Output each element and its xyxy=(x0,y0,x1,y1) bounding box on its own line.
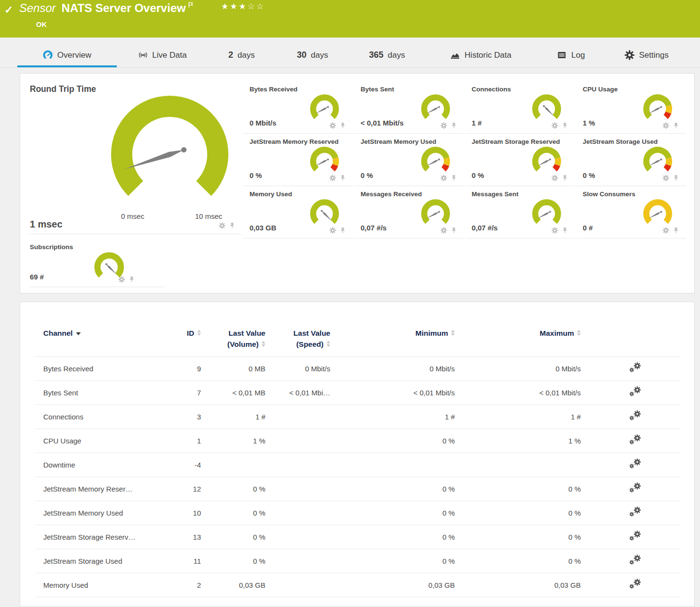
channel-settings-gear-icon[interactable] xyxy=(629,531,641,542)
gauge-pin-icon[interactable] xyxy=(229,222,236,229)
gauge-pin-icon[interactable] xyxy=(562,227,568,234)
gauge-pin-icon[interactable] xyxy=(450,122,457,129)
column-header-maximum[interactable]: Maximum xyxy=(455,329,581,357)
chart-icon xyxy=(450,50,460,60)
cell-vol: 0 MB xyxy=(201,357,265,381)
cell-channel: CPU Usage xyxy=(35,429,160,453)
tab-label: days xyxy=(388,51,405,60)
gauge-settings-gear-icon[interactable] xyxy=(662,175,669,181)
cell-id: 7 xyxy=(160,381,201,405)
column-header-id[interactable]: ID xyxy=(160,329,201,357)
star-filled-icon[interactable]: ★ xyxy=(230,2,238,11)
channels-table: Channel ID Last Value (Volume) Last Valu… xyxy=(35,329,681,597)
table-row[interactable]: Downtime -4 xyxy=(35,453,681,477)
gauge-pin-icon[interactable] xyxy=(339,227,346,234)
table-row[interactable]: CPU Usage 1 1 % 0 % 1 % xyxy=(35,429,681,453)
tab-historic-data[interactable]: Historic Data xyxy=(435,45,526,67)
gauge-settings-gear-icon[interactable] xyxy=(662,122,669,129)
gauge-pin-icon[interactable] xyxy=(673,122,679,129)
gauge-pin-icon[interactable] xyxy=(450,227,457,234)
table-row[interactable]: Connections 3 1 # 1 # 1 # xyxy=(35,405,681,429)
gauge-settings-gear-icon[interactable] xyxy=(329,175,336,181)
gauge-value: < 0,01 Mbit/s xyxy=(361,119,404,127)
tab-365-days[interactable]: 365 days xyxy=(358,45,416,67)
sort-icon xyxy=(197,330,201,336)
gauge-tile-subscriptions: Subscriptions 69 # xyxy=(29,240,164,287)
column-header-last-value-speed[interactable]: Last Value (Speed) xyxy=(265,329,330,357)
favorite-stars[interactable]: ★★★☆☆ xyxy=(221,1,265,12)
mini-gauge xyxy=(529,142,564,178)
column-header-channel[interactable]: Channel xyxy=(35,329,160,357)
cell-vol: 0,03 GB xyxy=(201,573,265,597)
gauge-settings-gear-icon[interactable] xyxy=(219,222,225,229)
gauge-tile-messages-sent: Messages Sent 0,07 #/s xyxy=(465,186,575,239)
table-row[interactable]: JetStream Memory Reser… 12 0 % 0 % 0 % xyxy=(35,477,681,501)
tab-live-data[interactable]: Live Data xyxy=(123,45,202,67)
table-row[interactable]: JetStream Storage Reserv… 13 0 % 0 % 0 % xyxy=(35,525,681,549)
gear-icon xyxy=(625,50,635,60)
gauge-settings-gear-icon[interactable] xyxy=(551,227,558,234)
gauge-pin-icon[interactable] xyxy=(562,175,568,181)
cell-speed xyxy=(265,501,330,525)
table-row[interactable]: JetStream Memory Used 10 0 % 0 % 0 % xyxy=(35,501,681,525)
star-empty-icon[interactable]: ☆ xyxy=(256,2,265,11)
gauge-pin-icon[interactable] xyxy=(450,175,457,181)
tab-overview[interactable]: Overview xyxy=(17,45,117,67)
tab-2-days[interactable]: 2 days xyxy=(216,45,267,67)
table-row[interactable]: Memory Used 2 0,03 GB 0,03 GB 0,03 GB xyxy=(35,573,681,597)
gauge-settings-gear-icon[interactable] xyxy=(440,227,447,234)
gauge-title: CPU Usage xyxy=(583,86,618,93)
gauge-pin-icon[interactable] xyxy=(339,175,346,181)
mini-gauge xyxy=(640,142,675,178)
gauge-title: Messages Received xyxy=(361,190,422,198)
column-header-minimum[interactable]: Minimum xyxy=(330,329,455,357)
channel-settings-gear-icon[interactable] xyxy=(629,410,641,422)
tab-number: 30 xyxy=(297,50,307,60)
gauge-title: Connections xyxy=(472,86,511,93)
gauge-pin-icon[interactable] xyxy=(562,122,568,129)
channel-settings-gear-icon[interactable] xyxy=(629,482,641,494)
table-row[interactable]: Bytes Sent 7 < 0,01 MB < 0,01 Mbi… < 0,0… xyxy=(35,381,681,405)
gauge-settings-gear-icon[interactable] xyxy=(329,122,336,129)
cell-speed xyxy=(265,405,330,429)
gauge-pin-icon[interactable] xyxy=(128,276,135,283)
gauge-scale-max: 10 msec xyxy=(182,212,235,220)
gauge-settings-gear-icon[interactable] xyxy=(440,122,447,129)
table-row[interactable]: Bytes Received 9 0 MB 0 Mbit/s 0 Mbit/s … xyxy=(35,357,681,381)
channel-settings-gear-icon[interactable] xyxy=(629,362,641,374)
gauge-settings-gear-icon[interactable] xyxy=(551,122,558,129)
round-trip-gauge xyxy=(98,92,242,217)
channel-settings-gear-icon[interactable] xyxy=(629,458,641,470)
channel-settings-gear-icon[interactable] xyxy=(629,506,641,518)
gauge-icon xyxy=(43,50,53,60)
cell-max: 0 Mbit/s xyxy=(455,357,581,381)
tab-log[interactable]: Log xyxy=(548,45,594,67)
gauge-pin-icon[interactable] xyxy=(339,122,346,129)
star-filled-icon[interactable]: ★ xyxy=(239,2,248,11)
table-row[interactable]: JetStream Storage Used 11 0 % 0 % 0 % xyxy=(35,549,681,573)
gauge-title: Round Trip Time xyxy=(30,84,96,94)
channel-settings-gear-icon[interactable] xyxy=(629,555,641,566)
sensor-header: ✓ SensorNATS Server Overview ★★★☆☆ OK xyxy=(0,0,700,38)
star-filled-icon[interactable]: ★ xyxy=(221,2,230,11)
gauge-settings-gear-icon[interactable] xyxy=(118,276,125,283)
cell-max: < 0,01 Mbit/s xyxy=(455,381,581,405)
tab-30-days[interactable]: 30 days xyxy=(286,45,339,67)
gauge-pin-icon[interactable] xyxy=(673,227,679,234)
gauge-settings-gear-icon[interactable] xyxy=(440,175,447,181)
gauge-pin-icon[interactable] xyxy=(673,175,679,181)
gauge-settings-gear-icon[interactable] xyxy=(329,227,336,234)
gauge-settings-gear-icon[interactable] xyxy=(551,175,558,181)
channel-settings-gear-icon[interactable] xyxy=(629,579,641,590)
priority-flag-icon[interactable] xyxy=(188,1,194,8)
star-empty-icon[interactable]: ☆ xyxy=(248,2,256,11)
cell-channel: JetStream Memory Used xyxy=(35,501,160,525)
gauge-settings-gear-icon[interactable] xyxy=(662,227,669,234)
column-header-last-value-volume[interactable]: Last Value (Volume) xyxy=(201,329,265,357)
mini-gauge xyxy=(307,142,342,178)
gauges-panel: Round Trip Time 0 msec 10 msec 1 msec By… xyxy=(20,73,695,293)
tab-settings[interactable]: Settings xyxy=(618,45,675,67)
channel-settings-gear-icon[interactable] xyxy=(629,434,641,446)
channel-settings-gear-icon[interactable] xyxy=(629,386,641,398)
cell-max: 0 % xyxy=(455,501,581,525)
